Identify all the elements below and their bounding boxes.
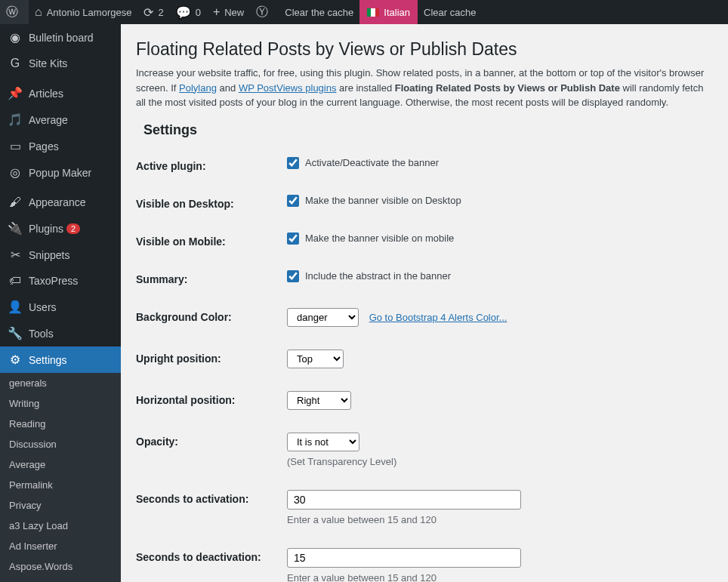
bootstrap-colors-link[interactable]: Go to Bootstrap 4 Alerts Color... [369,312,507,323]
select-bg-color[interactable]: danger [287,308,359,327]
page-description: Increase your website traffic, for free,… [136,66,713,110]
label-upright: Upright position: [136,350,287,365]
sliders-icon: ⚙ [8,353,23,367]
row-upright: Upright position: Top [136,338,713,380]
submenu-reading[interactable]: Reading [0,414,121,434]
yoast-icon: Ⓨ [256,5,268,20]
new[interactable]: +New [207,0,250,24]
target-icon: ◎ [8,165,23,180]
submenu-average[interactable]: Average [0,454,121,475]
admin-toolbar: ⓦ ⌂Antonio Lamorgese ⟳2 💬0 +New Ⓨ Clear … [0,0,728,24]
label-seconds-deactivation: Seconds to deactivation: [136,548,287,563]
sidebar-item-pages[interactable]: ▭Pages [0,133,121,159]
submenu-discussion[interactable]: Discussion [0,434,121,454]
sidebar-item-appearance[interactable]: 🖌Appearance [0,189,121,215]
row-seconds-deactivation: Seconds to deactivation: Enter a value b… [136,537,713,583]
refresh[interactable]: ⟳2 [137,0,169,24]
yoast[interactable]: Ⓨ [250,0,279,24]
row-visible-desktop: Visible on Desktop: Make the banner visi… [136,183,713,221]
comment-icon: 💬 [176,5,191,20]
sidebar-item-plugins[interactable]: 🔌Plugins2 [0,215,121,242]
comments[interactable]: 💬0 [170,0,207,24]
row-active-plugin: Active plugin: Activate/Deactivate the b… [136,146,713,183]
submenu-permalink[interactable]: Permalink [0,475,121,495]
label-visible-desktop: Visible on Desktop: [136,195,287,210]
clear-cache-1[interactable]: Clear the cache [279,0,359,24]
field-summary[interactable]: Include the abstract in the banner [287,270,713,282]
sidebar-item-site-kits[interactable]: GSite Kits [0,51,121,76]
label-seconds-activation: Seconds to activation: [136,490,287,505]
sidebar-item-average[interactable]: 🎵Average [0,106,121,133]
help-seconds-activation: Enter a value between 15 and 120 [287,514,713,525]
row-summary: Summary: Include the abstract in the ban… [136,259,713,297]
italy-flag-icon [367,8,379,17]
label-active-plugin: Active plugin: [136,157,287,172]
help-seconds-deactivation: Enter a value between 15 and 120 [287,572,713,583]
wp-postviews-link[interactable]: WP PostViews plugins [239,82,337,94]
plug-icon: 🔌 [8,221,23,236]
clear-cache-2[interactable]: Clear cache [418,0,482,24]
wordpress-icon: ⓦ [6,5,18,20]
row-opacity: Opacity: It is not (Set Transparency Lev… [136,421,713,479]
settings-submenu: generals Writing Reading Discussion Aver… [0,373,121,582]
wp-logo[interactable]: ⓦ [0,0,29,24]
label-visible-mobile: Visible on Mobile: [136,232,287,248]
main-content: Floating Related Posts by Views or Publi… [121,24,728,582]
row-seconds-activation: Seconds to activation: Enter a value bet… [136,479,713,537]
plus-icon: + [213,5,220,19]
page-title: Floating Related Posts by Views or Publi… [136,39,713,60]
select-upright[interactable]: Top [287,350,344,368]
scissors-icon: ✂ [8,248,23,262]
sidebar-item-bulletin-board[interactable]: ◉Bulletin board [0,24,121,51]
sidebar-item-taxopress[interactable]: 🏷TaxoPress [0,268,121,294]
site-name[interactable]: ⌂Antonio Lamorgese [29,0,137,24]
submenu-duplicate-posts[interactable]: Duplicate Posts [0,577,121,582]
wrench-icon: 🔧 [8,326,23,340]
sidebar-item-settings[interactable]: ⚙Settings [0,346,121,373]
tag-icon: 🏷 [8,274,23,288]
google-icon: G [8,57,23,70]
checkbox-summary[interactable] [287,270,299,282]
dashboard-icon: ◉ [8,30,23,45]
help-opacity: (Set Transparency Level) [287,456,713,467]
sidebar-item-snippets[interactable]: ✂Snippets [0,242,121,268]
submenu-a3-lazy-load[interactable]: a3 Lazy Load [0,516,121,536]
input-seconds-activation[interactable] [287,490,521,510]
select-horizontal[interactable]: Right [287,391,351,410]
field-visible-desktop[interactable]: Make the banner visible on Desktop [287,195,713,207]
label-bg-color: Background Color: [136,308,287,323]
sidebar-item-users[interactable]: 👤Users [0,294,121,320]
checkbox-visible-mobile[interactable] [287,232,299,245]
pin-icon: 📌 [8,86,23,100]
plugins-badge: 2 [66,223,80,234]
settings-heading: Settings [143,122,713,138]
row-visible-mobile: Visible on Mobile: Make the banner visib… [136,221,713,259]
label-horizontal: Horizontal position: [136,391,287,406]
checkbox-visible-desktop[interactable] [287,195,299,207]
checkbox-active-plugin[interactable] [287,157,299,169]
submenu-writing[interactable]: Writing [0,393,121,414]
submenu-aspose-words[interactable]: Aspose.Words [0,556,121,577]
sidebar-item-popup-maker[interactable]: ◎Popup Maker [0,159,121,186]
submenu-privacy[interactable]: Privacy [0,495,121,516]
settings-form: Active plugin: Activate/Deactivate the b… [136,146,713,583]
language-italian[interactable]: Italian [359,0,418,24]
polylang-link[interactable]: Polylang [179,82,217,94]
pages-icon: ▭ [8,139,23,153]
select-opacity[interactable]: It is not [287,433,359,451]
home-icon: ⌂ [35,5,42,19]
sidebar-item-tools[interactable]: 🔧Tools [0,320,121,346]
media-icon: 🎵 [8,112,23,127]
row-horizontal: Horizontal position: Right [136,380,713,421]
field-active-plugin[interactable]: Activate/Deactivate the banner [287,157,713,169]
submenu-generals[interactable]: generals [0,373,121,393]
sidebar-item-articles[interactable]: 📌Articles [0,80,121,106]
brush-icon: 🖌 [8,196,23,209]
label-opacity: Opacity: [136,433,287,448]
row-bg-color: Background Color: danger Go to Bootstrap… [136,297,713,338]
label-summary: Summary: [136,270,287,285]
field-visible-mobile[interactable]: Make the banner visible on mobile [287,232,713,245]
input-seconds-deactivation[interactable] [287,548,521,568]
submenu-ad-inserter[interactable]: Ad Inserter [0,536,121,556]
refresh-icon: ⟳ [143,5,153,20]
